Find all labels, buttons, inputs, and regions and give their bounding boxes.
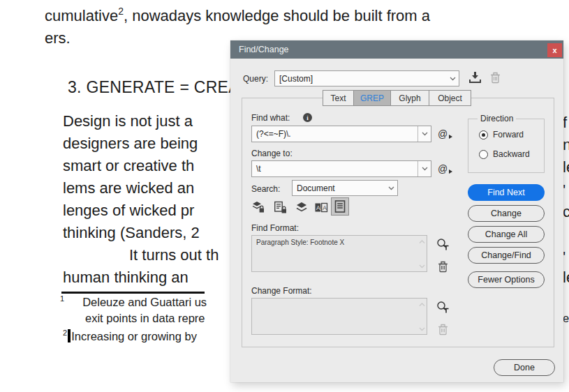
tab-text[interactable]: Text bbox=[323, 90, 354, 106]
text-cursor bbox=[68, 329, 71, 342]
radio-selected-icon bbox=[479, 130, 488, 140]
magnifier-T-icon bbox=[436, 301, 450, 314]
find-what-label: Find what: bbox=[251, 113, 290, 123]
doc-line[interactable]: human thinking an bbox=[63, 269, 189, 287]
search-scope-dropdown[interactable]: Document bbox=[292, 180, 398, 196]
scroll-up-icon bbox=[419, 299, 425, 309]
save-query-button[interactable] bbox=[468, 71, 482, 86]
master-pages-icon: A A bbox=[314, 201, 328, 214]
scroll-up-icon bbox=[419, 236, 425, 246]
footnote-line[interactable]: exit points in data repre bbox=[85, 312, 205, 325]
locked-story-icon bbox=[273, 201, 288, 214]
svg-text:A: A bbox=[316, 204, 320, 211]
chevron-down-icon[interactable] bbox=[446, 71, 459, 86]
direction-forward-radio[interactable]: Forward bbox=[479, 130, 524, 140]
find-format-box[interactable]: Paragraph Style: Footnote X bbox=[251, 235, 427, 272]
chevron-down-icon[interactable] bbox=[417, 126, 431, 142]
find-what-value: (?<=~F)\. bbox=[256, 129, 291, 139]
footnote-line[interactable]: 2Increasing or growing by bbox=[63, 329, 197, 343]
locked-layers-icon bbox=[251, 201, 265, 214]
flyout-triangle-icon bbox=[449, 135, 452, 139]
flyout-triangle-icon bbox=[449, 169, 452, 174]
trash-icon bbox=[438, 323, 448, 336]
save-query-icon bbox=[468, 71, 482, 84]
direction-backward-radio[interactable]: Backward bbox=[479, 149, 530, 159]
include-locked-stories-toggle[interactable] bbox=[271, 198, 289, 216]
at-icon: @ bbox=[438, 163, 448, 174]
change-button[interactable]: Change bbox=[468, 205, 545, 222]
done-button[interactable]: Done bbox=[494, 359, 555, 376]
dialog-titlebar[interactable]: Find/Change x bbox=[230, 40, 563, 59]
change-format-box[interactable] bbox=[251, 298, 427, 335]
include-master-pages-toggle[interactable]: A A bbox=[312, 198, 330, 216]
footnote-ref-2[interactable]: 2 bbox=[118, 6, 124, 17]
scroll-down-icon bbox=[419, 261, 425, 271]
specify-find-attributes-button[interactable] bbox=[436, 237, 450, 251]
chevron-down-icon[interactable] bbox=[385, 181, 397, 195]
trash-icon bbox=[490, 71, 501, 84]
text-fragment: le bbox=[563, 269, 569, 287]
doc-line[interactable]: lems are wicked an bbox=[63, 179, 194, 197]
layers-icon bbox=[295, 201, 309, 214]
scroll-down-icon bbox=[419, 324, 425, 333]
search-label: Search: bbox=[251, 184, 280, 194]
info-icon[interactable]: i bbox=[303, 113, 312, 122]
change-to-label: Change to: bbox=[251, 149, 293, 158]
query-value: [Custom] bbox=[279, 74, 313, 84]
chevron-down-icon[interactable] bbox=[417, 161, 431, 176]
find-format-value: Paragraph Style: Footnote X bbox=[256, 239, 344, 246]
doc-line[interactable]: Design is not just a bbox=[63, 112, 193, 130]
doc-heading[interactable]: 3. GENERATE = CREA bbox=[68, 78, 239, 97]
delete-query-button[interactable] bbox=[490, 71, 501, 86]
clear-change-attributes-button-disabled bbox=[436, 322, 450, 336]
doc-line[interactable]: cumulative2, nowadays knowledge should b… bbox=[45, 6, 430, 25]
close-button[interactable]: x bbox=[547, 43, 562, 57]
change-all-button[interactable]: Change All bbox=[468, 226, 545, 243]
text-fragment: c bbox=[563, 203, 569, 221]
query-label: Query: bbox=[243, 74, 268, 84]
include-locked-layers-toggle[interactable] bbox=[249, 198, 267, 216]
text-fragment: n bbox=[563, 136, 569, 154]
doc-line[interactable]: lenges of wicked pr bbox=[63, 202, 194, 220]
change-format-label: Change Format: bbox=[251, 286, 312, 296]
change-find-button[interactable]: Change/Find bbox=[468, 247, 545, 264]
text-fragment: le bbox=[563, 158, 569, 176]
change-to-input[interactable]: \t bbox=[251, 160, 431, 177]
find-what-input[interactable]: (?<=~F)\. bbox=[251, 126, 431, 142]
trash-icon bbox=[438, 260, 448, 273]
search-scope-value: Document bbox=[297, 183, 335, 193]
tab-object[interactable]: Object bbox=[429, 90, 471, 106]
doc-line[interactable]: designers are being bbox=[63, 135, 198, 153]
doc-line[interactable]: smart or creative th bbox=[63, 157, 194, 175]
svg-text:A: A bbox=[323, 204, 327, 211]
tab-glyph[interactable]: Glyph bbox=[390, 90, 429, 106]
radio-label: Backward bbox=[493, 149, 530, 159]
fewer-options-button[interactable]: Fewer Options bbox=[468, 271, 545, 288]
magnifier-T-icon bbox=[436, 238, 450, 251]
include-footnotes-toggle[interactable] bbox=[331, 197, 349, 216]
query-dropdown[interactable]: [Custom] bbox=[274, 70, 459, 86]
footnote-separator bbox=[61, 292, 205, 294]
specify-change-attributes-button[interactable] bbox=[436, 300, 450, 314]
clear-find-attributes-button[interactable] bbox=[436, 259, 450, 273]
tab-grep[interactable]: GREP bbox=[353, 90, 391, 106]
change-to-value: \t bbox=[256, 164, 261, 174]
doc-line[interactable]: It turns out th bbox=[129, 246, 219, 264]
find-format-label: Find Format: bbox=[251, 223, 299, 233]
doc-line[interactable]: thinking (Sanders, 2 bbox=[63, 224, 200, 242]
dialog-title: Find/Change bbox=[239, 40, 289, 59]
special-characters-find-button[interactable]: @ bbox=[438, 128, 448, 140]
footnotes-icon bbox=[333, 199, 347, 213]
close-icon: x bbox=[552, 46, 556, 54]
doc-line[interactable]: ers. bbox=[45, 29, 71, 47]
direction-legend: Direction bbox=[478, 114, 516, 123]
direction-fieldset bbox=[468, 119, 545, 173]
radio-label: Forward bbox=[493, 130, 524, 140]
footnote-line[interactable]: 1Deleuze and Guattari us bbox=[60, 294, 207, 309]
find-change-dialog: Find/Change x Query: [Custom] Text GREP … bbox=[230, 40, 563, 382]
include-hidden-layers-toggle[interactable] bbox=[293, 198, 311, 216]
find-next-button[interactable]: Find Next bbox=[468, 184, 545, 201]
special-characters-change-button[interactable]: @ bbox=[438, 163, 448, 174]
radio-unselected-icon bbox=[479, 150, 488, 159]
at-icon: @ bbox=[438, 128, 448, 140]
